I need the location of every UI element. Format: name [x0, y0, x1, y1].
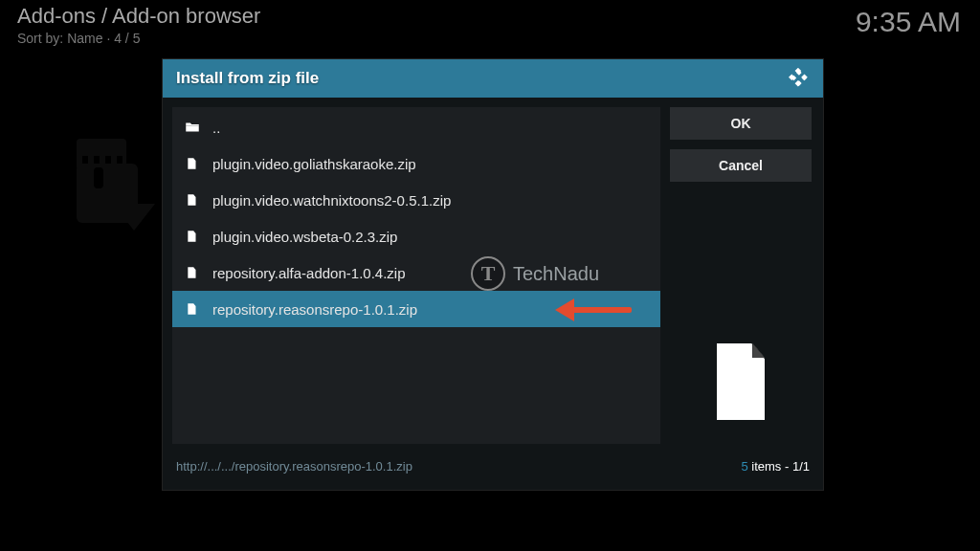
ok-button[interactable]: OK — [670, 107, 812, 140]
file-row[interactable]: plugin.video.wsbeta-0.2.3.zip — [172, 218, 660, 254]
install-zip-dialog: Install from zip file ..plugin.video.gol… — [163, 59, 823, 490]
file-icon — [184, 155, 201, 172]
page-header: Add-ons / Add-on browser Sort by: Name ·… — [17, 4, 260, 46]
file-label: plugin.video.goliathskaraoke.zip — [212, 156, 649, 172]
file-row[interactable]: plugin.video.goliathskaraoke.zip — [172, 145, 660, 182]
file-preview — [670, 327, 812, 442]
status-path: http://.../.../repository.reasonsrepo-1.… — [176, 459, 412, 474]
status-count: 5 items - 1/1 — [741, 459, 810, 474]
file-icon — [184, 228, 201, 245]
file-icon — [184, 191, 201, 209]
kodi-logo-icon — [789, 68, 810, 89]
file-icon — [184, 264, 201, 281]
file-icon — [184, 300, 201, 318]
file-row[interactable]: plugin.video.watchnixtoons2-0.5.1.zip — [172, 182, 660, 218]
items-suffix: items - — [748, 459, 792, 474]
dialog-titlebar: Install from zip file — [163, 59, 823, 98]
file-list[interactable]: ..plugin.video.goliathskaraoke.zipplugin… — [172, 107, 660, 444]
breadcrumb: Add-ons / Add-on browser — [17, 4, 260, 29]
file-label: repository.alfa-addon-1.0.4.zip — [212, 265, 649, 281]
dialog-title: Install from zip file — [176, 69, 319, 88]
sort-line: Sort by: Name · 4 / 5 — [17, 31, 260, 46]
sort-label: Sort by: — [17, 31, 63, 46]
items-number: 5 — [741, 459, 747, 474]
dot: · — [106, 31, 114, 46]
sort-value: Name — [67, 31, 102, 46]
file-row[interactable]: repository.alfa-addon-1.0.4.zip — [172, 254, 660, 291]
file-label: plugin.video.watchnixtoons2-0.5.1.zip — [212, 192, 649, 209]
clock: 9:35 AM — [856, 6, 961, 38]
file-label: plugin.video.wsbeta-0.2.3.zip — [212, 229, 649, 245]
file-row[interactable]: .. — [172, 109, 660, 145]
dialog-statusbar: http://.../.../repository.reasonsrepo-1.… — [163, 452, 823, 480]
dialog-side-panel: OK Cancel — [670, 98, 823, 452]
folder-up-icon — [184, 119, 201, 136]
file-label: .. — [212, 120, 649, 136]
file-row-selected[interactable]: repository.reasonsrepo-1.0.1.zip — [172, 291, 660, 327]
cancel-button[interactable]: Cancel — [670, 149, 812, 182]
file-label: repository.reasonsrepo-1.0.1.zip — [212, 301, 649, 318]
header-position: 4 / 5 — [114, 31, 140, 46]
items-page: 1/1 — [792, 459, 810, 474]
zip-background-icon — [77, 139, 138, 223]
